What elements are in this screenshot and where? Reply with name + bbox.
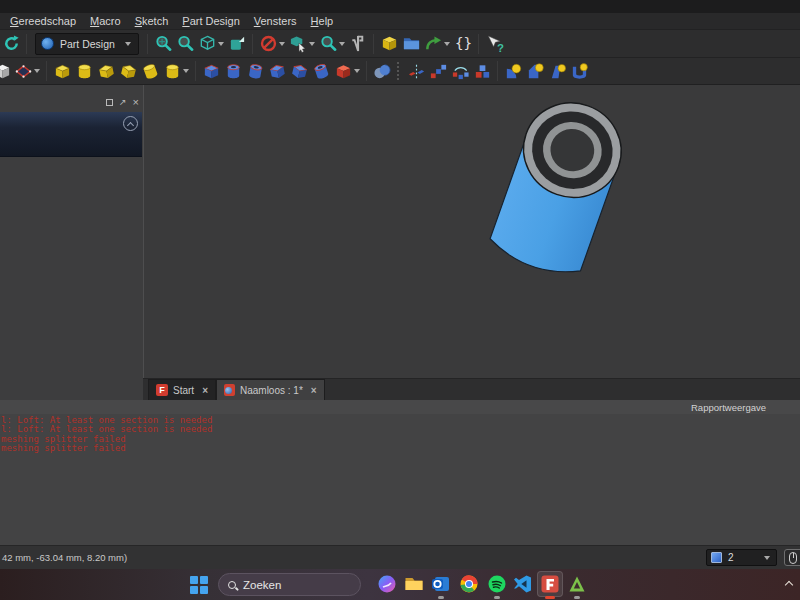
measure-icon[interactable] — [347, 32, 369, 56]
tray-chevron-up-icon[interactable] — [785, 580, 795, 590]
revolve-icon[interactable] — [73, 59, 95, 83]
copilot-icon[interactable] — [377, 574, 397, 594]
running-indicator — [574, 596, 580, 599]
outlook-icon[interactable] — [431, 574, 451, 594]
chevron-down-icon[interactable] — [309, 42, 315, 46]
multitransform-icon[interactable] — [471, 59, 493, 83]
chamfer-icon[interactable] — [524, 59, 546, 83]
groove-icon[interactable] — [244, 59, 266, 83]
zoom-tools-icon[interactable] — [317, 32, 339, 56]
spotify-icon[interactable] — [487, 574, 507, 594]
vscode-icon[interactable] — [513, 574, 533, 594]
whatsthis-icon[interactable] — [483, 32, 505, 56]
create-group-icon[interactable] — [400, 32, 422, 56]
draw-style-icon[interactable] — [196, 32, 218, 56]
report-view[interactable]: l: Loft: At least one section is needed … — [0, 414, 800, 545]
create-body-icon[interactable] — [0, 59, 12, 83]
clipping-icon[interactable] — [257, 32, 279, 56]
toolbar-separator — [147, 34, 148, 54]
subtractive-helix-icon[interactable] — [310, 59, 332, 83]
chevron-down-icon[interactable] — [444, 42, 450, 46]
subtractive-loft-icon[interactable] — [266, 59, 288, 83]
collapse-chevron-icon[interactable] — [123, 116, 138, 131]
chevron-down-icon[interactable] — [34, 69, 40, 73]
draw-style-button[interactable] — [196, 32, 226, 56]
linear-pattern-icon[interactable] — [427, 59, 449, 83]
menu-vensters[interactable]: Vensters — [247, 13, 304, 29]
make-link-icon[interactable] — [422, 32, 444, 56]
subtractive-primitive-icon[interactable] — [332, 59, 354, 83]
close-icon[interactable]: × — [133, 96, 139, 108]
menu-macro[interactable]: Macro — [83, 13, 128, 29]
make-link-button[interactable] — [422, 32, 452, 56]
create-sketch-icon[interactable] — [12, 59, 34, 83]
toolbar-part-design — [0, 57, 800, 85]
3d-viewport[interactable] — [143, 85, 800, 378]
polar-pattern-icon[interactable] — [449, 59, 471, 83]
cursor-coordinates: 42 mm, -63.04 mm, 8.20 mm) — [2, 552, 127, 563]
subtractive-primitive-button[interactable] — [332, 59, 362, 83]
additive-primitive-icon[interactable] — [161, 59, 183, 83]
fit-selection-icon[interactable] — [174, 32, 196, 56]
window-titlebar-strip — [0, 0, 800, 13]
thickness-icon[interactable] — [568, 59, 590, 83]
chrome-icon[interactable] — [459, 574, 479, 594]
green-a-app-icon[interactable] — [567, 574, 587, 594]
workbench-selector[interactable]: Part Design — [35, 33, 139, 55]
navigation-style-selector[interactable]: 2 — [706, 549, 777, 566]
chevron-down-icon[interactable] — [279, 42, 285, 46]
hole-icon[interactable] — [222, 59, 244, 83]
dock-icon[interactable] — [106, 99, 113, 106]
box-selection-button[interactable] — [287, 32, 317, 56]
toolbar-handle[interactable] — [397, 62, 401, 80]
tab-naamloos-label: Naamloos : 1* — [240, 385, 303, 396]
menu-sketch[interactable]: Sketch — [128, 13, 176, 29]
toolbar-separator — [46, 61, 47, 81]
create-sketch-button[interactable] — [12, 59, 42, 83]
close-icon[interactable]: × — [308, 385, 317, 396]
additive-primitive-button[interactable] — [161, 59, 191, 83]
task-panel-header[interactable] — [0, 112, 142, 157]
mirrored-icon[interactable] — [405, 59, 427, 83]
additive-pipe-icon[interactable] — [117, 59, 139, 83]
chevron-down-icon[interactable] — [183, 69, 189, 73]
zoom-tools-button[interactable] — [317, 32, 347, 56]
menu-help[interactable]: Help — [304, 13, 341, 29]
box-selection-icon[interactable] — [287, 32, 309, 56]
mouse-icon — [789, 552, 797, 564]
clipping-button[interactable] — [257, 32, 287, 56]
fit-all-icon[interactable] — [152, 32, 174, 56]
running-indicator — [494, 596, 500, 599]
cylinder-model[interactable] — [485, 89, 634, 282]
close-icon[interactable]: × — [199, 385, 208, 396]
pad-icon[interactable] — [51, 59, 73, 83]
pocket-icon[interactable] — [200, 59, 222, 83]
refresh-icon[interactable] — [0, 32, 22, 56]
report-view-titlebar[interactable]: Rapportweergave — [0, 400, 800, 414]
additive-loft-icon[interactable] — [95, 59, 117, 83]
toolbar-main: Part Design — [0, 29, 800, 57]
mouse-navigation-button[interactable] — [784, 549, 800, 566]
menu-part-design[interactable]: Part Design — [175, 13, 246, 29]
chevron-down-icon[interactable] — [339, 42, 345, 46]
tab-start[interactable]: F Start × — [148, 379, 216, 400]
varset-icon[interactable] — [452, 32, 474, 56]
freecad-icon[interactable] — [540, 574, 560, 594]
float-icon[interactable]: ↗ — [119, 97, 127, 107]
start-button[interactable] — [190, 576, 208, 594]
model-canvas[interactable] — [144, 85, 800, 378]
create-part-icon[interactable] — [378, 32, 400, 56]
chevron-down-icon[interactable] — [354, 69, 360, 73]
chevron-down-icon[interactable] — [218, 42, 224, 46]
fillet-icon[interactable] — [502, 59, 524, 83]
explorer-icon[interactable] — [404, 574, 424, 594]
boolean-icon[interactable] — [371, 59, 393, 83]
additive-helix-icon[interactable] — [139, 59, 161, 83]
isometric-view-icon[interactable] — [226, 32, 248, 56]
statusbar: 42 mm, -63.04 mm, 8.20 mm) 2 — [0, 545, 800, 569]
subtractive-pipe-icon[interactable] — [288, 59, 310, 83]
taskbar-search[interactable]: Zoeken — [218, 573, 361, 596]
draft-icon[interactable] — [546, 59, 568, 83]
menu-gereedschap[interactable]: Gereedschap — [3, 13, 83, 29]
tab-naamloos[interactable]: Naamloos : 1* × — [216, 379, 325, 400]
